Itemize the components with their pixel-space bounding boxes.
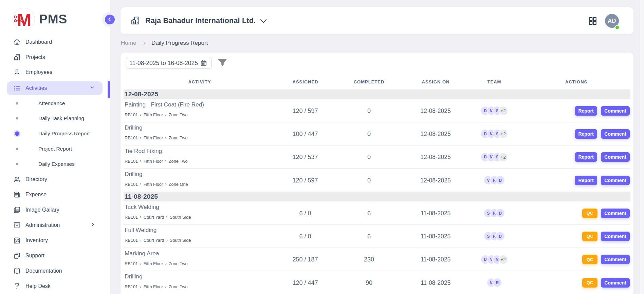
svg-text:M: M [17, 11, 32, 30]
